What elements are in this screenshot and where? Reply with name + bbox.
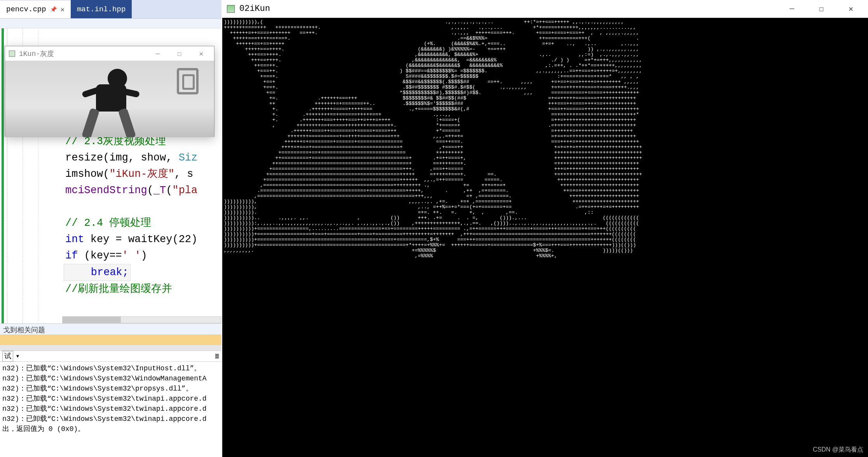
close-icon[interactable]: ✕ bbox=[61, 5, 64, 14]
code-token: _T bbox=[153, 185, 166, 196]
tab-label: pencv.cpp bbox=[6, 5, 46, 14]
code-token: ) bbox=[141, 250, 147, 262]
tab-bar: pencv.cpp 📌 ✕ mat.inl.hpp bbox=[0, 0, 221, 19]
horizontal-scrollbar[interactable] bbox=[62, 316, 221, 323]
output-line: n32)：已加载“C:\Windows\System32\InputHost.d… bbox=[2, 365, 201, 372]
visual-studio-editor: pencv.cpp 📌 ✕ mat.inl.hpp // 2.3灰度视频处理 r… bbox=[0, 0, 221, 457]
code-token: imshow bbox=[65, 168, 103, 180]
problems-text: 戈到相关问题 bbox=[3, 326, 45, 334]
opencv-titlebar[interactable]: iKun-灰度 — ☐ ✕ bbox=[5, 46, 214, 61]
output-panel: 试 ▾ ≣ n32)：已加载“C:\Windows\System32\Input… bbox=[0, 351, 221, 457]
maximize-button[interactable]: ☐ bbox=[171, 48, 188, 59]
highlighted-line: break; bbox=[64, 264, 131, 281]
code-token: if bbox=[65, 250, 78, 262]
code-token: break; bbox=[91, 267, 129, 278]
code-token: ( bbox=[147, 185, 153, 196]
output-line: n32)：已加载“C:\Windows\System32\twinapi.app… bbox=[2, 405, 207, 413]
output-line: 出，返回值为 0 (0x0)。 bbox=[2, 425, 85, 433]
code-content[interactable]: // 2.3灰度视频处理 resize(img, show, Siz imsho… bbox=[11, 133, 221, 297]
maximize-button[interactable]: ☐ bbox=[809, 0, 834, 17]
dancer-figure bbox=[79, 69, 137, 137]
minimize-button[interactable]: — bbox=[149, 48, 167, 59]
output-line: n32)：已卸载“C:\Windows\System32\twinapi.app… bbox=[2, 415, 207, 423]
app-icon bbox=[227, 5, 235, 13]
close-button[interactable]: ✕ bbox=[838, 0, 863, 17]
output-line: n32)：已加载“C:\Windows\System32\twinapi.app… bbox=[2, 395, 207, 403]
code-token: ( bbox=[103, 168, 109, 180]
code-token: Siz bbox=[179, 152, 198, 164]
code-comment: //刷新批量绘图缓存并 bbox=[65, 283, 172, 295]
warning-strip bbox=[0, 335, 221, 345]
close-button[interactable]: ✕ bbox=[192, 48, 210, 59]
sub-toolbar bbox=[0, 19, 221, 28]
tab-label: mat.inl.hpp bbox=[77, 5, 125, 14]
opencv-window-ikun-grayscale[interactable]: iKun-灰度 — ☐ ✕ bbox=[5, 46, 214, 137]
code-token: (img, show, bbox=[103, 152, 178, 164]
dropdown-arrow-icon[interactable]: ▾ bbox=[16, 351, 20, 361]
problems-bar[interactable]: 戈到相关问题 bbox=[0, 323, 221, 335]
opencv-image-frame bbox=[5, 61, 214, 137]
console-window-02ikun[interactable]: 02iKun — ☐ ✕ ))))))))))),( .,.,..,,.,.,.… bbox=[222, 0, 868, 457]
output-dropdown[interactable]: 试 bbox=[2, 351, 13, 362]
code-token: "pla bbox=[172, 185, 197, 196]
code-token: , s bbox=[174, 168, 193, 180]
divider-strip bbox=[0, 345, 221, 351]
console-window-title: 02iKun bbox=[239, 4, 270, 14]
bracket-indicator bbox=[2, 28, 4, 323]
tab-mat-inl-hpp[interactable]: mat.inl.hpp bbox=[71, 0, 132, 18]
code-token: ' ' bbox=[122, 250, 141, 262]
code-token: resize bbox=[65, 152, 103, 164]
app-icon bbox=[9, 51, 15, 57]
code-token: int bbox=[65, 234, 84, 245]
output-line: n32)：已加载“C:\Windows\System32\propsys.dll… bbox=[2, 385, 193, 392]
code-comment: // 2.4 停顿处理 bbox=[65, 217, 151, 229]
background-object bbox=[177, 68, 199, 94]
code-token: key = waitKey(22) bbox=[84, 234, 198, 245]
code-comment: // 2.3灰度视频处理 bbox=[65, 136, 166, 147]
console-titlebar[interactable]: 02iKun — ☐ ✕ bbox=[222, 0, 868, 18]
output-toolbar-icon[interactable]: ≣ bbox=[215, 351, 219, 361]
watermark-text: CSDN @菜鸟看点 bbox=[813, 446, 863, 454]
output-header: 试 ▾ ≣ bbox=[0, 351, 221, 362]
code-token: (key== bbox=[78, 250, 122, 262]
minimize-button[interactable]: — bbox=[779, 0, 804, 17]
output-content[interactable]: n32)：已加载“C:\Windows\System32\InputHost.d… bbox=[0, 362, 221, 436]
tab-opencv-cpp[interactable]: pencv.cpp 📌 ✕ bbox=[0, 0, 71, 18]
scrollbar-thumb[interactable] bbox=[63, 317, 121, 323]
code-token: "iKun-灰度" bbox=[109, 168, 174, 180]
code-token: mciSendString bbox=[65, 185, 147, 196]
opencv-window-title: iKun-灰度 bbox=[19, 49, 54, 58]
output-line: n32)：已加载“C:\Windows\System32\WindowManag… bbox=[2, 375, 207, 382]
code-token: ( bbox=[166, 185, 172, 196]
pin-icon[interactable]: 📌 bbox=[50, 6, 57, 13]
console-ascii-art[interactable]: ))))))))))),( .,.,..,,.,.,.,.. ++:*=++==… bbox=[222, 18, 868, 457]
